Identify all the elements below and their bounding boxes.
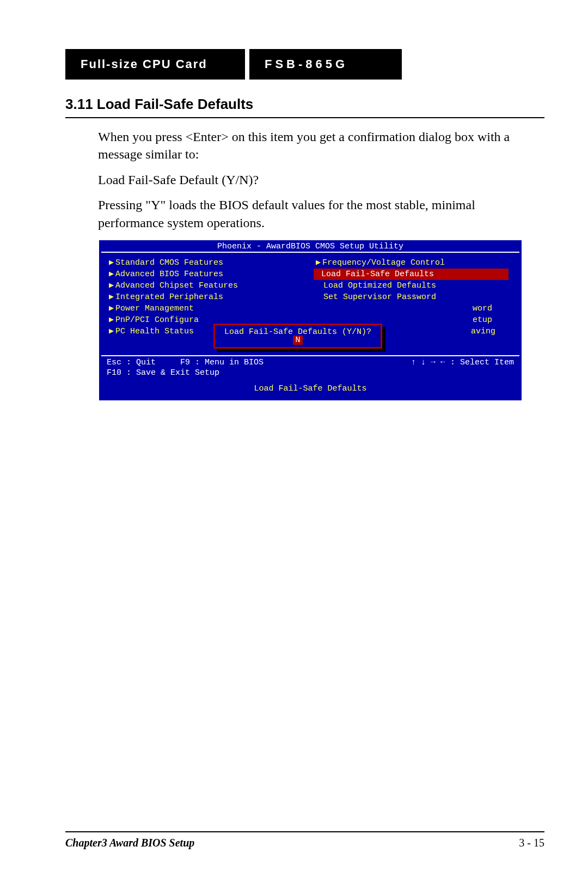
- paragraph-prompt: Load Fail-Safe Default (Y/N)?: [98, 171, 523, 188]
- bios-menu-item[interactable]: ▶Advanced BIOS Features: [107, 269, 307, 280]
- paragraph-explain: Pressing "Y" loads the BIOS default valu…: [98, 196, 523, 232]
- bios-menu-body: ▶Standard CMOS Features ▶Advanced BIOS F…: [101, 252, 519, 356]
- bios-footer-hint: Load Fail-Safe Defaults: [99, 379, 522, 400]
- bios-menu-item[interactable]: Set Supervisor Password: [314, 291, 514, 303]
- bios-menu-item[interactable]: ▶Standard CMOS Features: [107, 257, 307, 269]
- bios-menu-item[interactable]: ▶Integrated Peripherals: [107, 291, 307, 303]
- bios-confirm-dialog[interactable]: Load Fail-Safe Defaults (Y/N)? N: [213, 324, 382, 349]
- paragraph-intro: When you press <Enter> on this item you …: [98, 128, 523, 163]
- footer-rule: [65, 831, 544, 832]
- bios-help-line2: F10 : Save & Exit Setup: [101, 369, 519, 379]
- header-model: FSB-865G: [249, 49, 402, 80]
- footer-page-number: 3 - 15: [519, 837, 544, 849]
- header-product-type: Full-size CPU Card: [65, 49, 245, 80]
- page-header: Full-size CPU Card FSB-865G: [65, 49, 544, 80]
- bios-menu-item-selected[interactable]: Load Fail-Safe Defaults: [314, 269, 509, 280]
- bios-help-line1: Esc : Quit F9 : Menu in BIOS ↑ ↓ → ← : S…: [101, 356, 519, 369]
- footer-chapter: Chapter3 Award BIOS Setup: [65, 837, 194, 849]
- bios-menu-item[interactable]: ▶Advanced Chipset Features: [107, 280, 307, 291]
- bios-menu-item[interactable]: ▶Frequency/Voltage Control: [314, 257, 514, 269]
- dialog-response[interactable]: N: [293, 336, 302, 345]
- section-title: 3.11 Load Fail-Safe Defaults: [65, 96, 544, 113]
- bios-menu-fragment: word: [314, 303, 514, 314]
- bios-menu-item[interactable]: ▶Power Management: [107, 303, 307, 314]
- bios-title: Phoenix - AwardBIOS CMOS Setup Utility: [99, 240, 522, 252]
- bios-menu-item[interactable]: Load Optimized Defaults: [314, 280, 514, 291]
- section-rule: [65, 117, 544, 118]
- bios-screenshot: Phoenix - AwardBIOS CMOS Setup Utility ▶…: [98, 239, 523, 401]
- page-footer: Chapter3 Award BIOS Setup 3 - 15: [44, 831, 544, 849]
- document-page: Full-size CPU Card FSB-865G 3.11 Load Fa…: [0, 0, 588, 883]
